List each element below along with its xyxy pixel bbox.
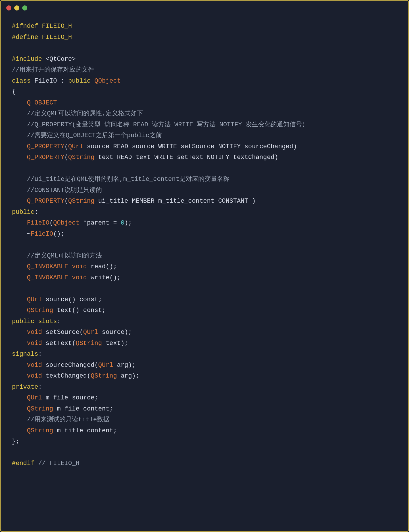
code-line-9: //定义QML可以访问的属性,定义格式如下 — [12, 108, 397, 120]
code-line-41: #endif // FILEIO_H — [12, 458, 397, 469]
code-line-28: public slots: — [12, 316, 397, 327]
code-line-19: FileIO(QObject *parent = 0); — [12, 218, 397, 229]
code-line-15: //ui_title是在QML使用的别名,m_title_content是对应的… — [12, 174, 397, 185]
code-line-33: void textChanged(QString arg); — [12, 371, 397, 382]
code-line-6: class FileIO : public QObject — [12, 76, 397, 87]
code-line-16: //CONSTANT说明是只读的 — [12, 185, 397, 196]
code-line-25 — [12, 283, 397, 294]
code-line-3 — [12, 43, 397, 54]
code-line-32: void sourceChanged(QUrl arg); — [12, 360, 397, 371]
code-line-22: //定义QML可以访问的方法 — [12, 251, 397, 262]
code-line-36: QString m_file_content; — [12, 404, 397, 415]
titlebar — [1, 1, 408, 15]
code-line-23: Q_INVOKABLE void read(); — [12, 261, 397, 273]
code-line-12: Q_PROPERTY(QUrl source READ source WRITE… — [12, 141, 397, 152]
code-line-17: Q_PROPERTY(QString ui_title MEMBER m_tit… — [12, 196, 397, 207]
code-line-38: QString m_title_content; — [12, 426, 397, 437]
code-line-24: Q_INVOKABLE void write(); — [12, 273, 397, 284]
code-line-29: void setSource(QUrl source); — [12, 327, 397, 338]
code-line-30: void setText(QString text); — [12, 338, 397, 349]
code-line-4: #include <QtCore> — [12, 54, 397, 65]
code-line-2: #define FILEIO_H — [12, 32, 397, 43]
code-line-1: #ifndef FILEIO_H — [12, 21, 397, 32]
code-line-37: //用来测试的只读title数据 — [12, 414, 397, 426]
code-editor: #ifndef FILEIO_H #define FILEIO_H #inclu… — [1, 15, 408, 481]
close-button[interactable] — [6, 5, 11, 11]
maximize-button[interactable] — [22, 5, 27, 11]
code-line-11: //需要定义在Q_OBJECT之后第一个public之前 — [12, 130, 397, 141]
code-line-31: signals: — [12, 349, 397, 360]
minimize-button[interactable] — [14, 5, 19, 11]
code-line-21 — [12, 240, 397, 251]
code-line-14 — [12, 163, 397, 174]
code-line-34: private: — [12, 382, 397, 393]
code-line-26: QUrl source() const; — [12, 294, 397, 305]
code-line-7: { — [12, 87, 397, 98]
code-line-8: Q_OBJECT — [12, 98, 397, 109]
code-line-35: QUrl m_file_source; — [12, 393, 397, 404]
code-line-20: ~FileIO(); — [12, 229, 397, 240]
code-line-27: QString text() const; — [12, 305, 397, 316]
code-line-39: }; — [12, 436, 397, 447]
editor-window: #ifndef FILEIO_H #define FILEIO_H #inclu… — [0, 0, 409, 532]
code-line-5: //用来打开的保存对应的文件 — [12, 65, 397, 76]
code-line-10: //Q_PROPERTY(变量类型 访问名称 READ 读方法 WRITE 写方… — [12, 120, 397, 131]
code-line-18: public: — [12, 207, 397, 218]
code-line-40 — [12, 447, 397, 458]
code-line-13: Q_PROPERTY(QString text READ text WRITE … — [12, 152, 397, 163]
